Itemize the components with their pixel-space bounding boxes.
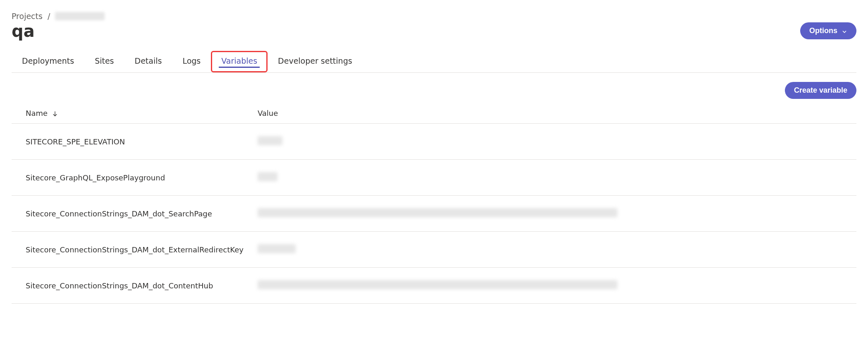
variable-value — [244, 160, 856, 196]
breadcrumb: Projects / — [12, 12, 856, 21]
redacted-value — [258, 280, 617, 289]
breadcrumb-root[interactable]: Projects — [12, 12, 43, 21]
tab-dev-settings[interactable]: Developer settings — [268, 51, 363, 72]
table-row[interactable]: Sitecore_GraphQL_ExposePlayground — [12, 160, 856, 196]
breadcrumb-separator: / — [48, 12, 50, 21]
table-row[interactable]: SITECORE_SPE_ELEVATION — [12, 124, 856, 160]
redacted-value — [258, 244, 296, 253]
breadcrumb-current-redacted — [55, 12, 105, 20]
create-variable-button[interactable]: Create variable — [785, 82, 856, 99]
column-header-value[interactable]: Value — [244, 103, 856, 124]
options-button-label: Options — [809, 26, 837, 35]
chevron-down-icon — [842, 28, 847, 34]
redacted-value — [258, 172, 277, 181]
tab-details[interactable]: Details — [124, 51, 172, 72]
table-row[interactable]: Sitecore_ConnectionStrings_DAM_dot_Conte… — [12, 268, 856, 304]
variable-value — [244, 196, 856, 232]
variable-value — [244, 268, 856, 304]
variables-table: Name Value SITECORE_SPE_ELEVATIONSitecor… — [12, 103, 856, 304]
create-variable-label: Create variable — [794, 86, 847, 95]
tab-logs[interactable]: Logs — [172, 51, 211, 72]
variable-name: Sitecore_ConnectionStrings_DAM_dot_Searc… — [12, 196, 244, 232]
variable-name: SITECORE_SPE_ELEVATION — [12, 124, 244, 160]
page-title: qa — [12, 23, 35, 39]
redacted-value — [258, 136, 282, 145]
variable-value — [244, 124, 856, 160]
tab-sites[interactable]: Sites — [84, 51, 124, 72]
variable-name: Sitecore_GraphQL_ExposePlayground — [12, 160, 244, 196]
table-row[interactable]: Sitecore_ConnectionStrings_DAM_dot_Searc… — [12, 196, 856, 232]
column-name-label: Name — [26, 109, 48, 118]
variable-value — [244, 232, 856, 268]
variable-name: Sitecore_ConnectionStrings_DAM_dot_Exter… — [12, 232, 244, 268]
column-header-name[interactable]: Name — [12, 103, 244, 124]
redacted-value — [258, 208, 617, 217]
arrow-down-icon — [52, 110, 58, 117]
table-row[interactable]: Sitecore_ConnectionStrings_DAM_dot_Exter… — [12, 232, 856, 268]
column-value-label: Value — [258, 109, 278, 118]
tab-deployments[interactable]: Deployments — [12, 51, 84, 72]
variable-name: Sitecore_ConnectionStrings_DAM_dot_Conte… — [12, 268, 244, 304]
tab-variables[interactable]: Variables — [211, 51, 268, 72]
tabs: DeploymentsSitesDetailsLogsVariablesDeve… — [12, 51, 856, 73]
options-button[interactable]: Options — [800, 22, 856, 39]
